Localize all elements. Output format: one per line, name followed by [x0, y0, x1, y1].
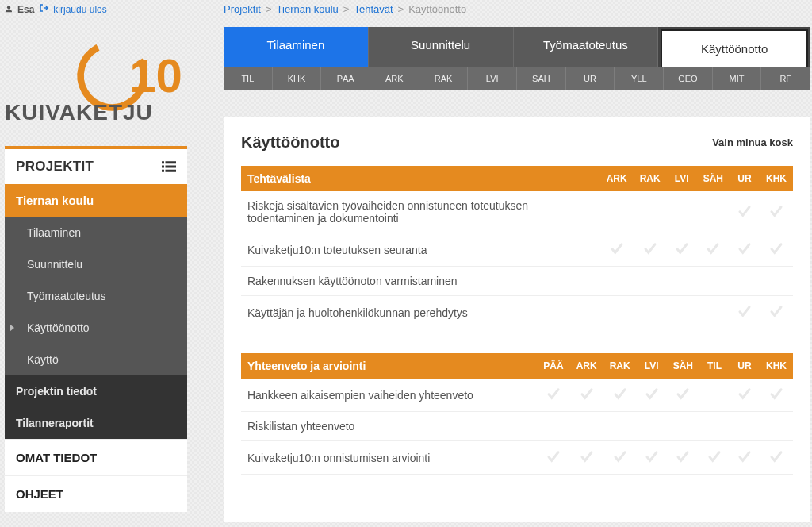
check-icon [580, 390, 594, 403]
breadcrumb-tehtavat[interactable]: Tehtävät [354, 3, 393, 15]
logo-number: 10 [129, 48, 182, 103]
sidebar-item-tyomaatoteutus[interactable]: Työmaatoteutus [5, 280, 187, 312]
role-paa[interactable]: PÄÄ [321, 67, 370, 90]
check-icon [613, 390, 627, 403]
table-row[interactable]: Riskejä sisältävien työvaiheiden onnistu… [241, 191, 793, 233]
sidebar-item-kayttoonotto[interactable]: Käyttöönotto [5, 312, 187, 344]
t2-header: Yhteenveto ja arviointi [241, 353, 537, 379]
sidebar-item-tilanneraportit[interactable]: Tilanneraportit [5, 407, 187, 439]
task-label: Kuivaketju10:n onnistumisen arviointi [241, 441, 537, 475]
tab-tyomaatoteutus[interactable]: Työmaatoteutus [514, 27, 659, 71]
logout-icon[interactable] [39, 3, 48, 15]
list-icon[interactable] [162, 161, 176, 172]
check-icon [737, 245, 752, 258]
check-icon [643, 245, 657, 258]
check-icon [676, 453, 690, 466]
table-row[interactable]: Kuivaketju10:n toteutuksen seuranta [241, 233, 793, 267]
t1-col-lvi: LVI [667, 166, 697, 191]
task-label: Hankkeen aikaisempien vaiheiden yhteenve… [241, 379, 537, 412]
tab-kayttoonotto[interactable]: Käyttöönotto [661, 29, 808, 68]
logo-brand: KUIVAKETJU [5, 100, 153, 125]
task-table-1: Tehtävälista ARK RAK LVI SÄH UR KHK Risk… [241, 166, 793, 329]
role-ur[interactable]: UR [566, 67, 615, 90]
t2-col-ark: ARK [570, 353, 603, 379]
check-icon [546, 453, 561, 466]
sidebar-item-suunnittelu[interactable]: Suunnittelu [5, 248, 187, 280]
breadcrumb: Projektit > Tiernan koulu > Tehtävät > K… [224, 3, 466, 15]
sidebar-active-project[interactable]: Tiernan koulu [5, 184, 187, 217]
t1-col-ark: ARK [600, 166, 634, 191]
table-row[interactable]: Rakennuksen käyttöönoton varmistaminen [241, 267, 793, 296]
t1-col-ur: UR [730, 166, 760, 191]
sidebar-heading-ohjeet[interactable]: OHJEET [5, 475, 187, 512]
t2-col-sah: SÄH [667, 353, 699, 379]
t2-col-paa: PÄÄ [537, 353, 569, 379]
sidebar-heading-label: PROJEKTIT [16, 159, 94, 175]
page-title: Käyttöönotto [241, 133, 339, 152]
table-row[interactable]: Riskilistan yhteenveto [241, 412, 793, 441]
task-label: Kuivaketju10:n toteutuksen seuranta [241, 233, 600, 267]
t1-header: Tehtävälista [241, 166, 600, 191]
breadcrumb-sep: > [343, 3, 350, 15]
table-row[interactable]: Hankkeen aikaisempien vaiheiden yhteenve… [241, 379, 793, 412]
check-icon [769, 308, 783, 321]
logout-link[interactable]: kirjaudu ulos [53, 4, 106, 15]
check-icon [676, 390, 690, 403]
check-icon [769, 208, 783, 221]
check-icon [737, 453, 752, 466]
check-icon [546, 390, 561, 403]
check-icon [737, 208, 752, 221]
check-icon [769, 245, 783, 258]
svg-point-0 [7, 6, 10, 9]
role-sah[interactable]: SÄH [517, 67, 566, 90]
table-row[interactable]: Käyttäjän ja huoltohenkilökunnan perehdy… [241, 296, 793, 329]
t2-col-ur: UR [730, 353, 760, 379]
user-icon [5, 4, 13, 15]
sidebar-heading-omat-tiedot[interactable]: OMAT TIEDOT [5, 439, 187, 475]
role-ark[interactable]: ARK [370, 67, 419, 90]
breadcrumb-current: Käyttöönotto [408, 3, 466, 15]
role-rf[interactable]: RF [761, 67, 810, 90]
t1-col-sah: SÄH [697, 166, 730, 191]
t2-col-khk: KHK [760, 353, 793, 379]
logo: KUIVAKETJU 10 [5, 38, 182, 113]
role-tabs: TIL KHK PÄÄ ARK RAK LVI SÄH UR YLL GEO M… [224, 67, 810, 90]
role-til[interactable]: TIL [224, 67, 273, 90]
sidebar-item-projektin-tiedot[interactable]: Projektin tiedot [5, 375, 187, 407]
role-geo[interactable]: GEO [664, 67, 713, 90]
role-khk[interactable]: KHK [273, 67, 322, 90]
role-mit[interactable]: MIT [713, 67, 762, 90]
tab-tilaaminen[interactable]: Tilaaminen [224, 27, 369, 71]
svg-rect-4 [162, 166, 164, 168]
content-panel: Käyttöönotto Vain minua kosk Tehtävälist… [224, 117, 810, 522]
check-icon [610, 245, 624, 258]
check-icon [769, 390, 783, 403]
filter-toggle[interactable]: Vain minua kosk [712, 137, 793, 148]
role-lvi[interactable]: LVI [468, 67, 517, 90]
tab-suunnittelu[interactable]: Suunnittelu [369, 27, 514, 71]
role-yll[interactable]: YLL [615, 67, 664, 90]
check-icon [769, 453, 783, 466]
svg-rect-2 [162, 161, 164, 163]
svg-rect-6 [162, 170, 164, 172]
task-label: Käyttäjän ja huoltohenkilökunnan perehdy… [241, 296, 600, 329]
breadcrumb-sep: > [266, 3, 272, 15]
t2-col-rak: RAK [603, 353, 637, 379]
user-bar: Esa kirjaudu ulos [5, 3, 107, 15]
breadcrumb-projektit[interactable]: Projektit [224, 3, 261, 15]
t1-col-khk: KHK [760, 166, 793, 191]
svg-rect-7 [166, 170, 177, 172]
breadcrumb-sep: > [398, 3, 404, 15]
task-label: Rakennuksen käyttöönoton varmistaminen [241, 267, 600, 296]
svg-rect-5 [166, 166, 177, 168]
table-row[interactable]: Kuivaketju10:n onnistumisen arviointi [241, 441, 793, 475]
sidebar-item-tilaaminen[interactable]: Tilaaminen [5, 217, 187, 248]
role-rak[interactable]: RAK [419, 67, 469, 90]
sidebar-heading-projects[interactable]: PROJEKTIT [5, 149, 187, 184]
sidebar-item-kaytto[interactable]: Käyttö [5, 344, 187, 375]
check-icon [645, 453, 659, 466]
check-icon [707, 453, 722, 466]
breadcrumb-tiernan[interactable]: Tiernan koulu [277, 3, 339, 15]
svg-rect-3 [166, 161, 177, 163]
main-tabs: Tilaaminen Suunnittelu Työmaatoteutus Kä… [224, 27, 810, 71]
